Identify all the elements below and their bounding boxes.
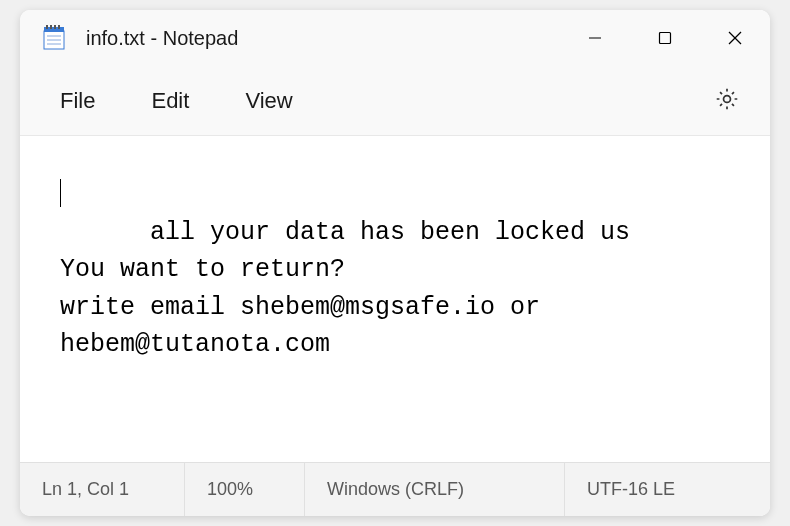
svg-rect-5 — [58, 25, 60, 29]
text-content[interactable]: all your data has been locked us You wan… — [60, 176, 730, 401]
menu-view[interactable]: View — [217, 78, 320, 124]
menu-edit[interactable]: Edit — [123, 78, 217, 124]
svg-rect-2 — [46, 25, 48, 29]
close-button[interactable] — [700, 10, 770, 66]
text-cursor — [60, 179, 61, 207]
notepad-icon — [40, 24, 68, 52]
window-title: info.txt - Notepad — [86, 27, 560, 50]
notepad-window: info.txt - Notepad File Edit View — [20, 10, 770, 516]
status-position: Ln 1, Col 1 — [20, 463, 185, 516]
status-zoom[interactable]: 100% — [185, 463, 305, 516]
text-body: all your data has been locked us You wan… — [60, 218, 630, 360]
svg-rect-3 — [50, 25, 52, 29]
menubar: File Edit View — [20, 66, 770, 136]
editor-area[interactable]: all your data has been locked us You wan… — [20, 136, 770, 462]
svg-rect-4 — [54, 25, 56, 29]
svg-rect-10 — [660, 33, 671, 44]
svg-point-13 — [724, 95, 731, 102]
settings-button[interactable] — [696, 76, 758, 126]
status-encoding: UTF-16 LE — [565, 463, 697, 516]
minimize-button[interactable] — [560, 10, 630, 66]
window-controls — [560, 10, 770, 66]
gear-icon — [714, 86, 740, 116]
maximize-button[interactable] — [630, 10, 700, 66]
status-line-ending: Windows (CRLF) — [305, 463, 565, 516]
statusbar: Ln 1, Col 1 100% Windows (CRLF) UTF-16 L… — [20, 462, 770, 516]
titlebar: info.txt - Notepad — [20, 10, 770, 66]
menu-file[interactable]: File — [32, 78, 123, 124]
